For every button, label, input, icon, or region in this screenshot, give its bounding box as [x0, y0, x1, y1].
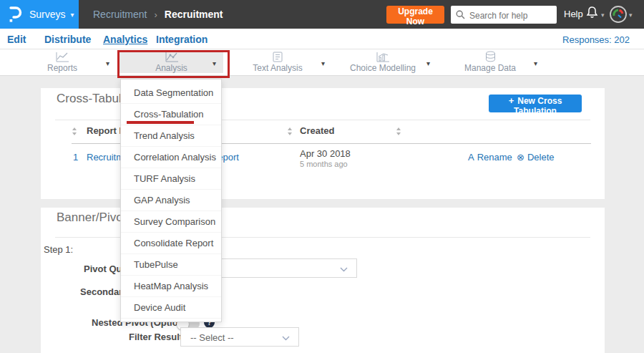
database-icon: [484, 51, 497, 62]
toolbar-item-text-analysis[interactable]: Text Analysis ▾: [228, 51, 328, 73]
step-label: Step 1:: [44, 244, 73, 255]
breadcrumb: Recruitment › Recruitment: [93, 0, 223, 29]
chevron-down-icon: ▾: [601, 11, 605, 19]
toolbar-item-label: Reports: [47, 63, 77, 73]
text-analysis-doc-icon: [272, 52, 283, 62]
breadcrumb-survey-link[interactable]: Recruitment: [93, 9, 147, 20]
chevron-down-icon: ▾: [426, 59, 430, 67]
menu-item-data-segmentation[interactable]: Data Segmentation: [121, 82, 221, 104]
avatar-gauge-icon: [609, 5, 628, 24]
toolbar-item-analysis[interactable]: Analysis ▾: [119, 51, 223, 73]
new-cross-tabulation-button[interactable]: +New Cross Tabulation: [489, 95, 582, 112]
chevron-down-icon: ▾: [534, 59, 537, 67]
top-navbar: Surveys ▾ Recruitment › Recruitment Upgr…: [0, 0, 644, 29]
tab-edit[interactable]: Edit: [7, 34, 26, 45]
column-header-created[interactable]: Created: [300, 125, 334, 136]
filter-result-select[interactable]: -- Select --: [180, 327, 299, 347]
menu-item-tubepulse[interactable]: TubePulse: [121, 254, 221, 276]
tab-integration[interactable]: Integration: [156, 34, 208, 45]
sort-icon[interactable]: [288, 127, 293, 135]
menu-item-survey-comparison[interactable]: Survey Comparison: [121, 211, 221, 233]
reports-chart-icon: [55, 52, 69, 62]
toolbar-item-label: Choice Modelling: [350, 63, 416, 73]
surveys-product-menu[interactable]: Surveys ▾: [0, 0, 79, 29]
menu-item-device-audit[interactable]: Device Audit: [121, 297, 221, 319]
chevron-down-icon: ▾: [71, 11, 74, 19]
bell-icon: [585, 5, 599, 21]
rename-a-icon: A: [468, 152, 474, 163]
help-search-box: [451, 6, 557, 24]
delete-button[interactable]: ⊗Delete: [517, 152, 554, 163]
chevron-down-icon: ▾: [106, 59, 109, 67]
tab-analytics[interactable]: Analytics: [103, 34, 147, 45]
notifications-bell-icon[interactable]: ▾: [585, 5, 599, 24]
chevron-down-icon: ▾: [213, 59, 216, 67]
avatar[interactable]: ▾: [609, 5, 628, 26]
tab-distribute[interactable]: Distribute: [44, 34, 91, 45]
toolbar-item-label: Text Analysis: [253, 63, 302, 73]
toolbar-item-label: Manage Data: [464, 63, 516, 73]
survey-tabs-bar: Edit Distribute Analytics Integration Re…: [0, 29, 644, 49]
menu-item-trend-analysis[interactable]: Trend Analysis: [121, 125, 221, 147]
created-ago: 5 months ago: [300, 160, 348, 168]
menu-item-cross-tabulation[interactable]: Cross-Tabulation: [121, 104, 221, 125]
chevron-down-icon: [340, 267, 348, 272]
chevron-down-icon: ▾: [321, 59, 325, 67]
upgrade-now-button[interactable]: Upgrade Now: [386, 6, 444, 24]
questionpro-logo-icon: [8, 5, 22, 24]
choice-modelling-chart-icon: [376, 52, 390, 62]
analytics-toolbar: Reports ▾ Analysis ▾ Text Analysis ▾ Cho…: [0, 49, 644, 76]
product-switcher-label: Surveys: [29, 9, 66, 20]
responses-count[interactable]: Responses: 202: [562, 34, 630, 45]
toolbar-item-label: Analysis: [155, 63, 187, 73]
breadcrumb-current-page: Recruitment: [165, 9, 223, 20]
plus-icon: +: [509, 95, 514, 106]
toolbar-item-manage-data[interactable]: Manage Data ▾: [439, 51, 542, 73]
filter-result-label: Filter Result: [129, 332, 182, 342]
menu-item-consolidate-report[interactable]: Consolidate Report: [121, 233, 221, 254]
help-link[interactable]: Help: [564, 9, 583, 19]
analysis-dropdown-menu: Data Segmentation Cross-Tabulation Trend…: [120, 79, 222, 322]
menu-item-turf-analysis[interactable]: TURF Analysis: [121, 168, 221, 190]
breadcrumb-separator-icon: ›: [154, 9, 157, 20]
search-icon: [456, 10, 465, 19]
select-value: -- Select --: [190, 332, 234, 343]
toolbar-item-choice-modelling[interactable]: Choice Modelling ▾: [331, 51, 434, 73]
delete-circle-x-icon: ⊗: [517, 152, 525, 163]
analysis-chart-icon: [165, 52, 179, 62]
created-date: Apr 30 2018: [300, 148, 351, 159]
chevron-down-icon: ▾: [629, 11, 633, 19]
menu-item-heatmap-analysis[interactable]: HeatMap Analysis: [121, 276, 221, 297]
toolbar-item-reports[interactable]: Reports ▾: [11, 51, 113, 73]
chevron-down-icon: [282, 336, 290, 341]
rename-button[interactable]: ARename: [468, 152, 512, 163]
help-search-input[interactable]: [468, 6, 555, 25]
sort-icon[interactable]: [396, 127, 401, 135]
sort-icon[interactable]: [72, 127, 77, 135]
menu-item-gap-analysis[interactable]: GAP Analysis: [121, 190, 221, 211]
row-number: 1: [73, 152, 78, 163]
menu-item-correlation-analysis[interactable]: Correlation Analysis: [121, 147, 221, 168]
